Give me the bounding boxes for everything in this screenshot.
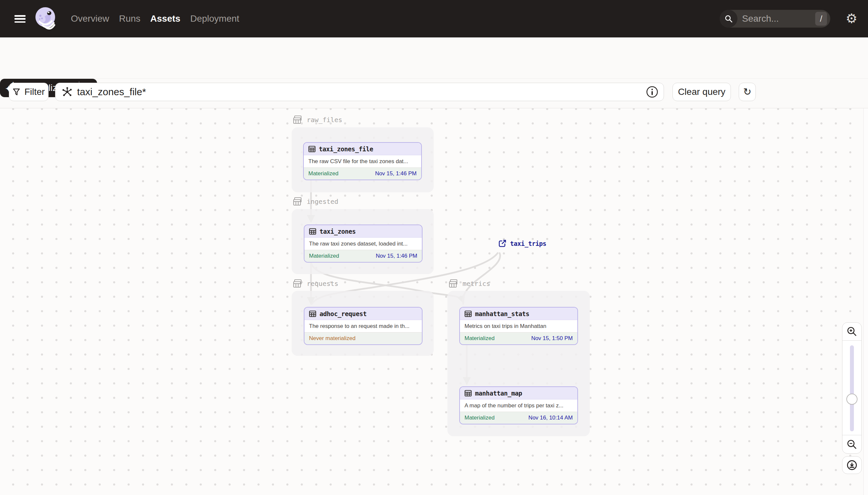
group-label-ingested: ingested bbox=[293, 197, 338, 206]
lineage-canvas[interactable]: raw_files ingested requests bbox=[0, 108, 868, 495]
asset-description: The raw taxi zones dataset, loaded int..… bbox=[304, 238, 422, 250]
group-label-raw-files: raw_files bbox=[293, 115, 342, 124]
group-label-metrics: metrics bbox=[449, 279, 490, 288]
asset-node-header: manhattan_map bbox=[460, 387, 577, 399]
group-name: ingested bbox=[307, 198, 338, 205]
group-tables-icon bbox=[293, 115, 303, 124]
materialization-timestamp[interactable]: Nov 15, 1:46 PM bbox=[375, 170, 417, 177]
status-badge: Materialized bbox=[309, 253, 339, 259]
status-badge: Materialized bbox=[464, 414, 495, 421]
asset-node-manhattan-stats[interactable]: manhattan_stats Metrics on taxi trips in… bbox=[459, 307, 578, 345]
materialization-timestamp[interactable]: Nov 16, 10:14 AM bbox=[529, 414, 573, 421]
refresh-icon: ↻ bbox=[743, 87, 751, 97]
clear-query-button[interactable]: Clear query bbox=[672, 83, 731, 101]
asset-node-adhoc-request[interactable]: adhoc_request The response to an request… bbox=[304, 307, 423, 345]
sparkle-icon: ✦✦ bbox=[5, 82, 14, 93]
external-asset-taxi-trips[interactable]: taxi_trips bbox=[498, 239, 546, 248]
zoom-slider-track[interactable] bbox=[850, 345, 854, 431]
asset-description: A map of the number of trips per taxi z.… bbox=[460, 399, 577, 412]
lineage-toolbar: Filter taxi_zones_file* bbox=[0, 79, 868, 108]
table-icon bbox=[308, 146, 316, 153]
group-tables-icon bbox=[449, 279, 459, 288]
asset-description: The response to an request made in th... bbox=[304, 320, 422, 332]
group-tables-icon bbox=[293, 279, 303, 288]
status-badge: Materialized bbox=[308, 170, 339, 177]
nav-item-runs[interactable]: Runs bbox=[119, 14, 140, 24]
dagster-app: Overview Runs Assets Deployment Search..… bbox=[0, 0, 868, 495]
settings-gear-icon[interactable]: ⚙ bbox=[843, 9, 861, 28]
query-value: taxi_zones_file* bbox=[77, 86, 646, 98]
asset-name: taxi_zones_file bbox=[319, 146, 373, 153]
nav-item-assets[interactable]: Assets bbox=[150, 14, 180, 24]
asset-status-bar: Materialized Nov 15, 1:46 PM bbox=[304, 167, 421, 180]
asset-name: manhattan_stats bbox=[475, 310, 529, 318]
download-icon bbox=[846, 460, 857, 471]
zoom-in-icon bbox=[847, 326, 857, 337]
table-icon bbox=[309, 310, 316, 318]
search-icon bbox=[720, 10, 738, 28]
zoom-out-icon bbox=[847, 439, 857, 450]
status-badge: Never materialized bbox=[309, 335, 356, 342]
table-icon bbox=[464, 390, 472, 397]
dagster-logo-icon[interactable] bbox=[35, 6, 58, 32]
table-icon bbox=[309, 228, 316, 235]
page-header: Global Asset Lineage ↻ Reload definition… bbox=[0, 37, 868, 79]
table-icon bbox=[464, 310, 472, 318]
group-tables-icon bbox=[293, 197, 303, 206]
search-shortcut-badge: / bbox=[815, 12, 827, 25]
nav-item-overview[interactable]: Overview bbox=[71, 14, 109, 24]
search-placeholder: Search... bbox=[742, 14, 815, 24]
asset-node-manhattan-map[interactable]: manhattan_map A map of the number of tri… bbox=[459, 386, 578, 424]
asset-graph-icon bbox=[62, 87, 72, 97]
asset-node-taxi-zones[interactable]: taxi_zones The raw taxi zones dataset, l… bbox=[304, 224, 423, 262]
zoom-slider-thumb[interactable] bbox=[846, 394, 857, 405]
external-asset-name: taxi_trips bbox=[510, 240, 546, 247]
group-label-requests: requests bbox=[293, 279, 338, 288]
external-link-icon bbox=[498, 239, 507, 248]
group-name: raw_files bbox=[307, 116, 342, 124]
asset-status-bar: Materialized Nov 16, 10:14 AM bbox=[460, 412, 577, 424]
asset-name: adhoc_request bbox=[320, 310, 367, 318]
asset-status-bar: Materialized Nov 15, 1:46 PM bbox=[304, 250, 422, 262]
search-input[interactable]: Search... / bbox=[720, 10, 830, 28]
asset-node-header: taxi_zones bbox=[304, 225, 422, 238]
group-name: metrics bbox=[463, 280, 490, 288]
materialization-timestamp[interactable]: Nov 15, 1:46 PM bbox=[376, 253, 417, 259]
nav-links: Overview Runs Assets Deployment bbox=[71, 0, 239, 37]
zoom-slider[interactable] bbox=[843, 341, 862, 435]
asset-query-input[interactable]: taxi_zones_file* bbox=[55, 83, 664, 101]
info-icon[interactable] bbox=[646, 86, 658, 98]
asset-node-header: taxi_zones_file bbox=[304, 143, 421, 155]
asset-node-header: adhoc_request bbox=[304, 308, 422, 320]
asset-status-bar: Materialized Nov 15, 1:50 PM bbox=[460, 332, 577, 344]
group-name: requests bbox=[307, 280, 338, 288]
filter-label: Filter bbox=[24, 87, 45, 97]
zoom-in-button[interactable] bbox=[843, 323, 862, 341]
clear-query-label: Clear query bbox=[678, 87, 726, 97]
materialization-timestamp[interactable]: Nov 15, 1:50 PM bbox=[531, 335, 573, 342]
download-view-button[interactable] bbox=[842, 456, 862, 474]
asset-node-taxi-zones-file[interactable]: taxi_zones_file The raw CSV file for the… bbox=[303, 142, 422, 180]
asset-name: manhattan_map bbox=[475, 390, 522, 397]
canvas-scrollbar-gutter[interactable] bbox=[863, 108, 868, 495]
asset-name: taxi_zones bbox=[320, 228, 356, 235]
menu-icon[interactable] bbox=[14, 15, 25, 23]
nav-item-deployment[interactable]: Deployment bbox=[190, 14, 239, 24]
zoom-out-button[interactable] bbox=[843, 435, 862, 453]
top-nav: Overview Runs Assets Deployment Search..… bbox=[0, 0, 868, 37]
asset-description: Metrics on taxi trips in Manhattan bbox=[460, 320, 577, 332]
asset-node-header: manhattan_stats bbox=[460, 308, 577, 320]
status-badge: Materialized bbox=[464, 335, 495, 342]
asset-status-bar: Never materialized bbox=[304, 332, 422, 344]
asset-description: The raw CSV file for the taxi zones dat.… bbox=[304, 155, 421, 167]
zoom-widget bbox=[842, 322, 862, 454]
lineage-edges bbox=[0, 108, 868, 495]
refresh-query-button[interactable]: ↻ bbox=[739, 83, 756, 101]
